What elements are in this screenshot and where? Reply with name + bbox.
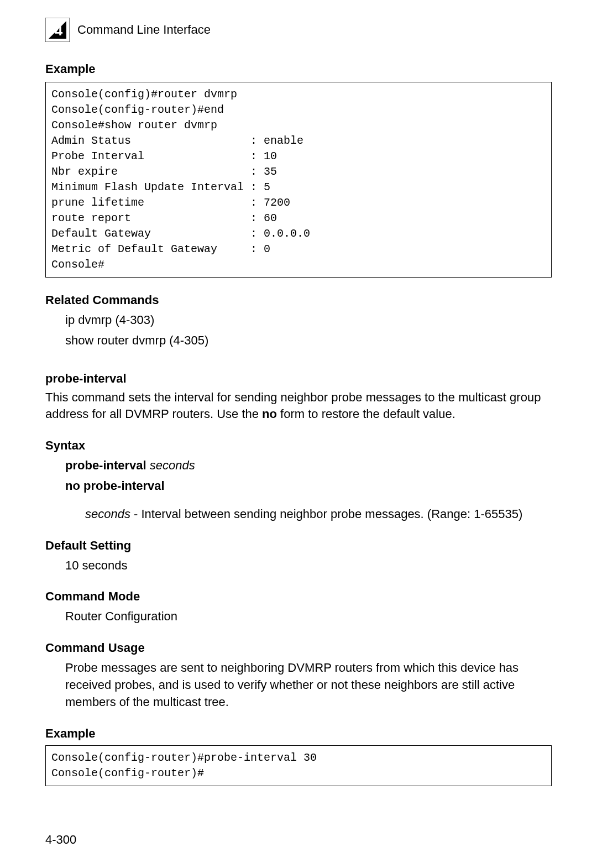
page-header: 4 Command Line Interface	[45, 18, 552, 42]
default-setting-value: 10 seconds	[65, 557, 552, 574]
syntax-param-name: seconds	[85, 507, 130, 521]
example-heading-2: Example	[45, 726, 552, 741]
command-description: This command sets the interval for sendi…	[45, 389, 552, 423]
example-code-2: Console(config-router)#probe-interval 30…	[45, 745, 552, 786]
command-mode-value: Router Configuration	[65, 608, 552, 625]
command-mode-heading: Command Mode	[45, 589, 552, 604]
related-command-item: show router dvmrp (4-305)	[65, 332, 552, 349]
syntax-param: seconds	[150, 458, 195, 472]
syntax-line-1: probe-interval seconds	[65, 457, 552, 474]
default-setting-heading: Default Setting	[45, 538, 552, 553]
command-name-heading: probe-interval	[45, 372, 552, 386]
command-usage-heading: Command Usage	[45, 641, 552, 655]
command-usage-value: Probe messages are sent to neighboring D…	[65, 660, 552, 710]
related-command-item: ip dvmrp (4-303)	[65, 312, 552, 329]
syntax-command: probe-interval	[65, 458, 150, 472]
syntax-param-text: - Interval between sending neighbor prob…	[130, 507, 522, 521]
syntax-heading: Syntax	[45, 438, 552, 453]
chapter-number-icon: 4	[45, 18, 70, 42]
svg-text:4: 4	[55, 22, 63, 39]
syntax-line-2: no probe-interval	[65, 478, 552, 495]
chapter-title: Command Line Interface	[77, 23, 211, 37]
example-code-1: Console(config)#router dvmrp Console(con…	[45, 82, 552, 278]
example-heading-1: Example	[45, 62, 552, 76]
related-commands-heading: Related Commands	[45, 293, 552, 307]
command-desc-bold: no	[262, 407, 277, 421]
syntax-param-desc: seconds - Interval between sending neigh…	[85, 506, 552, 523]
command-desc-post: form to restore the default value.	[277, 407, 455, 421]
page-number: 4-300	[45, 833, 76, 847]
